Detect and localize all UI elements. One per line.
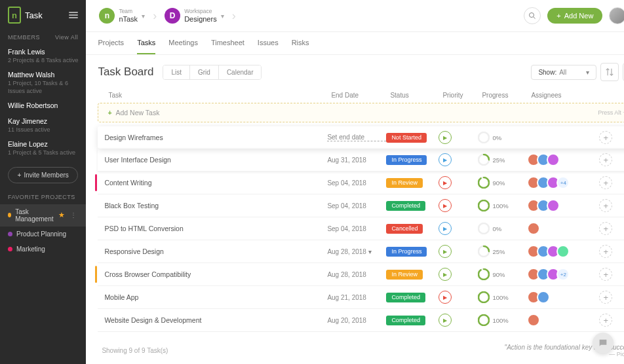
- member-item[interactable]: Elaine Lopez1 Project & 5 Tasks active: [0, 137, 86, 160]
- footer-count: Showing 9 of 9 Task(s): [102, 347, 168, 354]
- row-more-button[interactable]: ⋮: [619, 132, 624, 143]
- add-assignee-button[interactable]: +: [599, 199, 612, 212]
- task-end-date[interactable]: Sep 04, 2018: [327, 179, 386, 187]
- priority-play-button[interactable]: ▶: [439, 314, 452, 327]
- assignee-avatar[interactable]: [547, 153, 560, 166]
- row-more-button[interactable]: ⋮: [619, 269, 624, 280]
- sidebar-project-item[interactable]: Task Management★⋮: [0, 204, 86, 227]
- status-badge[interactable]: Not Started: [386, 133, 427, 143]
- invite-members-button[interactable]: + Invite Members: [8, 167, 78, 183]
- row-more-button[interactable]: ⋮: [619, 155, 624, 165]
- add-assignee-button[interactable]: +: [599, 268, 612, 281]
- task-end-date[interactable]: Aug 28, 2018 ▾: [327, 248, 386, 255]
- member-item[interactable]: Kay Jimenez11 Issues active: [0, 114, 86, 137]
- help-chat-button[interactable]: [593, 333, 614, 354]
- sidebar-project-item[interactable]: Product Planning: [0, 227, 86, 242]
- task-end-date[interactable]: Sep 04, 2018: [327, 225, 386, 232]
- brand-logo[interactable]: n Task: [8, 7, 43, 24]
- task-end-date[interactable]: Sep 04, 2018: [327, 202, 386, 209]
- search-button[interactable]: [524, 7, 541, 24]
- tab-projects[interactable]: Projects: [98, 32, 124, 54]
- workspace-crumb[interactable]: D Workspace Designers ▾: [161, 5, 228, 26]
- status-badge[interactable]: Cancelled: [386, 224, 423, 234]
- status-badge[interactable]: Completed: [386, 293, 425, 302]
- sidebar-project-item[interactable]: Marketing: [0, 242, 86, 257]
- member-item[interactable]: Willie Robertson: [0, 98, 86, 114]
- assignee-overflow[interactable]: +2: [556, 268, 570, 281]
- task-row[interactable]: Mobile App Aug 21, 2018 Completed ▶ 100%…: [98, 286, 624, 309]
- task-end-date[interactable]: Aug 31, 2018: [327, 156, 386, 164]
- priority-play-button[interactable]: ▶: [439, 222, 452, 235]
- priority-play-button[interactable]: ▶: [439, 268, 452, 281]
- assignee-avatar[interactable]: [547, 199, 560, 212]
- assignee-overflow[interactable]: +4: [556, 176, 570, 189]
- view-all-link[interactable]: View All: [55, 34, 78, 41]
- task-row[interactable]: Black Box Testing Sep 04, 2018 Completed…: [98, 194, 624, 217]
- priority-play-button[interactable]: ▶: [439, 131, 452, 144]
- show-filter-dropdown[interactable]: Show: All ▾: [531, 65, 596, 80]
- logo-mark-icon: n: [8, 7, 21, 24]
- priority-play-button[interactable]: ▶: [439, 291, 452, 304]
- add-assignee-button[interactable]: +: [599, 176, 612, 189]
- row-more-button[interactable]: ⋮: [619, 223, 624, 234]
- task-row[interactable]: PSD to HTML Conversion Sep 04, 2018 Canc…: [98, 217, 624, 240]
- task-row[interactable]: User Interface Design Aug 31, 2018 In Pr…: [98, 149, 624, 172]
- task-row[interactable]: Website Design & Development Aug 20, 201…: [98, 309, 624, 332]
- task-end-date[interactable]: Set end date: [327, 134, 386, 141]
- view-grid-button[interactable]: Grid: [190, 65, 219, 79]
- assignee-avatar[interactable]: [527, 222, 540, 235]
- status-badge[interactable]: In Review: [386, 270, 423, 280]
- priority-play-button[interactable]: ▶: [439, 153, 452, 166]
- row-more-button[interactable]: ⋮: [619, 292, 624, 302]
- tab-issues[interactable]: Issues: [258, 32, 279, 54]
- hamburger-icon[interactable]: [69, 10, 78, 20]
- task-end-date[interactable]: Aug 28, 2018: [327, 271, 386, 278]
- add-task-row[interactable]: + Add New Task Press Alt + T: [98, 103, 624, 122]
- add-new-button[interactable]: + Add New: [547, 8, 602, 24]
- assignee-avatar[interactable]: [556, 245, 570, 258]
- project-more-button[interactable]: ⋮: [69, 211, 78, 219]
- add-assignee-button[interactable]: +: [599, 314, 612, 327]
- add-assignee-button[interactable]: +: [599, 131, 612, 144]
- progress-indicator: 25%: [478, 246, 527, 257]
- status-badge[interactable]: Completed: [386, 316, 425, 325]
- user-avatar[interactable]: [609, 7, 624, 24]
- status-badge[interactable]: In Progress: [386, 247, 427, 257]
- task-row[interactable]: Responsive Design Aug 28, 2018 ▾ In Prog…: [98, 240, 624, 263]
- members-heading: MEMBERS: [8, 34, 40, 41]
- sort-button[interactable]: [600, 63, 619, 81]
- task-row[interactable]: Content Writing Sep 04, 2018 In Review ▶…: [98, 172, 624, 194]
- add-assignee-button[interactable]: +: [599, 153, 612, 166]
- tab-risks[interactable]: Risks: [292, 32, 309, 54]
- board-title: Task Board: [98, 65, 153, 79]
- team-crumb[interactable]: n Team nTask ▾: [95, 5, 149, 26]
- member-item[interactable]: Frank Lewis2 Projects & 8 Tasks active: [0, 45, 86, 67]
- status-badge[interactable]: Completed: [386, 201, 425, 211]
- tab-tasks[interactable]: Tasks: [137, 32, 155, 54]
- view-calendar-button[interactable]: Calendar: [219, 65, 262, 79]
- row-more-button[interactable]: ⋮: [619, 246, 624, 257]
- row-more-button[interactable]: ⋮: [619, 315, 624, 325]
- row-more-button[interactable]: ⋮: [619, 200, 624, 211]
- view-list-button[interactable]: List: [163, 65, 190, 79]
- priority-play-button[interactable]: ▶: [439, 245, 452, 258]
- task-end-date[interactable]: Aug 20, 2018: [327, 317, 386, 324]
- task-row[interactable]: Design Wireframes Set end date Not Start…: [98, 126, 624, 149]
- member-item[interactable]: Matthew Walsh1 Project, 10 Tasks & 6 Iss…: [0, 67, 86, 98]
- task-row[interactable]: Cross Browser Compatibility Aug 28, 2018…: [98, 263, 624, 286]
- assignee-avatar[interactable]: [537, 291, 550, 304]
- tab-meetings[interactable]: Meetings: [168, 32, 198, 54]
- tab-timesheet[interactable]: Timesheet: [211, 32, 244, 54]
- progress-indicator: 90%: [478, 268, 527, 280]
- svg-point-7: [478, 177, 489, 188]
- status-badge[interactable]: In Review: [386, 178, 423, 188]
- add-assignee-button[interactable]: +: [599, 222, 612, 235]
- status-badge[interactable]: In Progress: [386, 155, 427, 165]
- task-end-date[interactable]: Aug 21, 2018: [327, 294, 386, 301]
- assignee-avatar[interactable]: [527, 314, 540, 327]
- add-assignee-button[interactable]: +: [599, 245, 612, 258]
- priority-play-button[interactable]: ▶: [439, 199, 452, 212]
- row-more-button[interactable]: ⋮: [619, 177, 624, 188]
- add-assignee-button[interactable]: +: [599, 291, 612, 304]
- priority-play-button[interactable]: ▶: [439, 176, 452, 189]
